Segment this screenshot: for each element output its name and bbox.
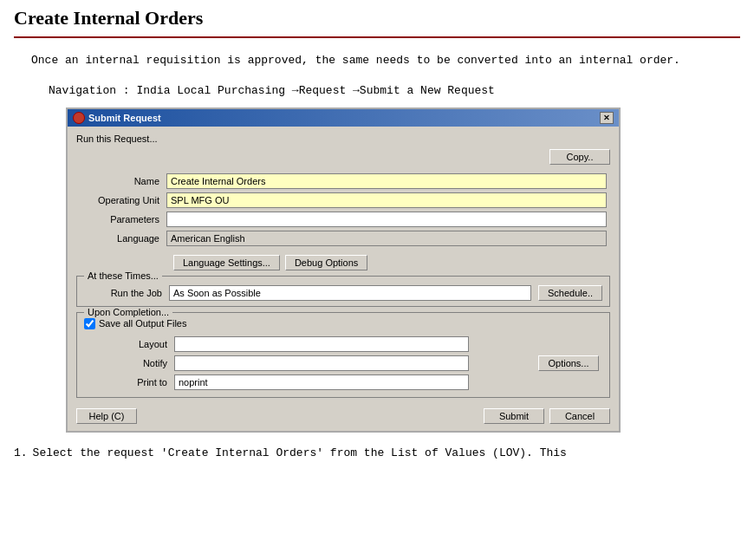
at-these-times-legend: At these Times... — [84, 270, 162, 281]
parameters-input[interactable] — [166, 212, 607, 227]
language-row: Language — [76, 229, 610, 248]
layout-row: Layout Options... — [84, 335, 602, 354]
bottom-text-area: 1. Select the request 'Create Internal O… — [14, 445, 740, 463]
nav-path: : India Local Purchasing →Request →Submi… — [123, 84, 495, 97]
run-this-request-label: Run this Request... — [76, 133, 610, 144]
debug-options-button[interactable]: Debug Options — [285, 255, 367, 270]
submit-button[interactable]: Submit — [484, 408, 544, 424]
language-settings-button[interactable]: Language Settings... — [173, 255, 280, 270]
options-button[interactable]: Options... — [538, 355, 599, 371]
print-to-input-cell — [171, 373, 523, 392]
dialog-app-icon — [73, 112, 85, 124]
run-job-input[interactable] — [169, 285, 531, 301]
notify-label: Notify — [84, 354, 171, 373]
copy-button[interactable]: Copy.. — [549, 149, 610, 165]
upon-completion-section: Upon Completion... Save all Output Files… — [76, 312, 610, 398]
operating-unit-input[interactable] — [166, 192, 607, 208]
parameters-input-cell — [163, 210, 610, 229]
save-all-output-checkbox[interactable] — [84, 318, 95, 329]
language-label: Language — [76, 229, 163, 248]
print-to-input[interactable] — [174, 374, 469, 390]
parameters-row: Parameters — [76, 210, 610, 229]
language-input-cell — [163, 229, 610, 248]
run-job-row: Run the Job Schedule.. — [84, 285, 602, 301]
page-container: Create Internal Orders Once an internal … — [0, 0, 754, 477]
at-these-times-section: At these Times... Run the Job Schedule.. — [76, 276, 610, 307]
layout-label: Layout — [84, 335, 171, 354]
form-table: Name Operating Unit Parameters — [76, 172, 610, 248]
options-btn-cell: Options... — [523, 335, 602, 392]
name-label: Name — [76, 172, 163, 191]
save-all-output-row: Save all Output Files — [84, 318, 602, 329]
intro-text: Once an internal requisition is approved… — [31, 52, 740, 70]
name-input[interactable] — [166, 173, 607, 189]
page-title: Create Internal Orders — [14, 7, 740, 38]
print-to-label: Print to — [84, 373, 171, 392]
nav-label: Navigation — [49, 84, 116, 97]
cancel-button[interactable]: Cancel — [549, 408, 610, 424]
titlebar-left: Submit Request — [73, 112, 161, 124]
upon-completion-legend: Upon Completion... — [84, 307, 172, 317]
name-row: Name — [76, 172, 610, 191]
help-button[interactable]: Help (C) — [76, 408, 137, 424]
notify-input-cell — [171, 354, 523, 373]
save-all-output-label: Save all Output Files — [99, 318, 187, 329]
copy-button-row: Copy.. — [76, 149, 610, 165]
completion-form-table: Layout Options... Notify — [84, 335, 602, 392]
operating-unit-row: Operating Unit — [76, 191, 610, 210]
schedule-button[interactable]: Schedule.. — [538, 285, 602, 301]
submit-request-dialog: Submit Request ✕ Run this Request... Cop… — [66, 107, 621, 433]
operating-unit-input-cell — [163, 191, 610, 210]
layout-input-cell — [171, 335, 523, 354]
dialog-footer: Help (C) Submit Cancel — [76, 405, 610, 424]
lang-debug-row: Language Settings... Debug Options — [76, 255, 610, 270]
operating-unit-label: Operating Unit — [76, 191, 163, 210]
dialog-body: Run this Request... Copy.. Name Operatin… — [68, 127, 619, 431]
language-input — [166, 231, 607, 246]
layout-input[interactable] — [174, 336, 469, 352]
navigation-line: Navigation : India Local Purchasing →Req… — [49, 84, 740, 97]
dialog-titlebar: Submit Request ✕ — [68, 109, 619, 127]
list-item-number: 1. — [14, 445, 28, 463]
list-item-1: 1. Select the request 'Create Internal O… — [14, 445, 740, 463]
dialog-close-button[interactable]: ✕ — [600, 112, 614, 124]
parameters-label: Parameters — [76, 210, 163, 229]
name-input-cell — [163, 172, 610, 191]
footer-right-buttons: Submit Cancel — [484, 408, 610, 424]
list-item-text: Select the request 'Create Internal Orde… — [33, 445, 567, 463]
notify-input[interactable] — [174, 355, 469, 371]
run-job-label: Run the Job — [84, 288, 162, 298]
dialog-title: Submit Request — [88, 113, 161, 123]
